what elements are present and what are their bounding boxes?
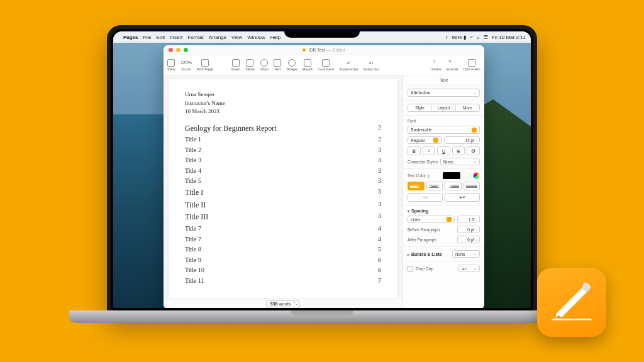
toc-row[interactable]: Title 117 — [185, 276, 381, 287]
toolbar-superscript[interactable]: A¹Superscript — [339, 59, 358, 71]
status-bar: 538 words — [164, 298, 402, 308]
toc-entry-page: 3 — [372, 145, 381, 156]
toc-row[interactable]: Title 106 — [185, 265, 381, 276]
seg-layout[interactable]: Layout — [432, 104, 456, 111]
dropcap-style-select[interactable]: A≡⌄ — [458, 265, 480, 272]
char-styles-select[interactable]: None⌄ — [440, 158, 480, 165]
battery-status[interactable]: 96% ▮ — [452, 35, 466, 40]
toc-entry-title: Title I — [185, 187, 203, 199]
toc-entry-title: Title 7 — [185, 224, 201, 234]
strike-button[interactable]: S — [452, 146, 465, 155]
menu-edit[interactable]: Edit — [156, 35, 165, 40]
before-para-label: Before Paragraph — [408, 228, 440, 232]
outdent-button[interactable]: ≡◂ — [408, 193, 443, 202]
toc-title-page: 2 — [372, 123, 381, 135]
menu-file[interactable]: File — [143, 35, 152, 40]
bluetooth-icon[interactable]: ᚼ — [445, 35, 448, 40]
toc-row[interactable]: Title 43 — [185, 166, 381, 177]
document-page[interactable]: Urna Semper Instructor's Name 10 March 2… — [169, 79, 397, 298]
spacing-disclosure[interactable]: Spacing — [408, 209, 480, 213]
fullscreen-window-button[interactable] — [184, 48, 188, 52]
toc-row[interactable]: Title 74 — [185, 234, 381, 245]
toc-row[interactable]: Title 33 — [185, 155, 381, 166]
search-icon[interactable]: ⌕ — [477, 35, 480, 40]
bullets-select[interactable]: None⌄ — [452, 250, 480, 258]
menu-help[interactable]: Help — [270, 35, 280, 40]
toc-entry-page: 4 — [372, 234, 381, 245]
seg-more[interactable]: More — [456, 104, 479, 111]
toc-entry-page: 6 — [372, 265, 381, 276]
toolbar-table[interactable]: Table — [245, 59, 254, 71]
align-right-button[interactable] — [445, 182, 462, 190]
toc-entry-page: 3 — [372, 211, 381, 224]
toc-entry-page: 3 — [372, 166, 381, 177]
toc-entry-page: 3 — [372, 187, 381, 199]
toolbar-add-page[interactable]: Add Page — [197, 59, 213, 71]
align-justify-button[interactable] — [464, 182, 480, 190]
menu-format[interactable]: Format — [187, 35, 203, 40]
align-left-button[interactable] — [408, 182, 425, 190]
font-size-stepper[interactable]: 13 pt — [444, 136, 480, 144]
toc-row[interactable]: Title 74 — [185, 224, 381, 234]
toc-title-row[interactable]: Geology for Beginners Report 2 — [185, 123, 381, 135]
menu-view[interactable]: View — [231, 35, 242, 40]
paragraph-style-select[interactable]: Attribution⌄ — [408, 89, 480, 97]
toolbar-text[interactable]: Text — [274, 59, 281, 71]
text-color-chip[interactable] — [443, 172, 460, 179]
menu-window[interactable]: Window — [247, 35, 265, 40]
pages-window: IDB Test — Edited View 125%Zoom Add Page… — [164, 45, 484, 308]
toolbar-insert[interactable]: Insert — [231, 59, 240, 71]
clock[interactable]: Fri 10 Mar 2:11 — [492, 35, 526, 40]
font-style-select[interactable]: Regular — [408, 136, 441, 144]
toolbar-share[interactable]: ⇧Share — [431, 59, 441, 71]
toc-entry-title: Title 8 — [185, 244, 201, 255]
control-center-icon[interactable]: ☰ — [484, 35, 488, 40]
bullets-disclosure[interactable]: Bullets & Lists — [408, 252, 442, 256]
toc-row[interactable]: Title 23 — [185, 145, 381, 156]
bold-button[interactable]: B — [408, 146, 421, 155]
lines-select[interactable]: Lines — [408, 216, 455, 223]
toolbar-subscript[interactable]: A₁Subscript — [363, 59, 379, 71]
indent-button[interactable]: ▸≡ — [445, 193, 480, 202]
toolbar-format[interactable]: ✎Format — [447, 59, 458, 71]
toc-row[interactable]: Title I3 — [185, 187, 381, 199]
toolbar-zoom[interactable]: 125%Zoom — [180, 59, 192, 71]
toolbar-document[interactable]: Document — [464, 59, 480, 71]
dropcap-checkbox[interactable] — [408, 266, 413, 272]
toc-entry-title: Title 7 — [185, 234, 201, 245]
toolbar-shape[interactable]: Shape — [286, 59, 297, 71]
text-options-button[interactable]: ⚙︎ — [467, 146, 480, 155]
toolbar-media[interactable]: Media — [303, 59, 313, 71]
color-wheel-icon[interactable] — [473, 172, 480, 179]
toc-row[interactable]: Title 53 — [185, 176, 381, 187]
wifi-icon[interactable]: ⌔ — [470, 35, 473, 40]
align-center-button[interactable] — [426, 182, 443, 190]
lines-stepper[interactable]: 1.3 — [457, 216, 480, 223]
toc-row[interactable]: Title 96 — [185, 255, 381, 266]
italic-button[interactable]: I — [423, 146, 436, 155]
inspector-segments[interactable]: Style Layout More — [408, 104, 480, 112]
inspector-tab-text[interactable]: Text — [403, 75, 484, 85]
toc-row[interactable]: Title 85 — [185, 244, 381, 255]
menu-insert[interactable]: Insert — [170, 35, 182, 40]
toc-row[interactable]: Title 12 — [185, 134, 381, 145]
minimize-window-button[interactable] — [176, 48, 180, 52]
after-para-stepper[interactable]: 0 pt — [457, 236, 480, 243]
underline-button[interactable]: U — [437, 146, 450, 155]
menu-arrange[interactable]: Arrange — [209, 35, 226, 40]
font-family-select[interactable]: Baskerville — [408, 126, 480, 134]
toc-row[interactable]: Title II3 — [185, 199, 381, 212]
toolbar-comment[interactable]: Comment — [318, 59, 334, 71]
seg-style[interactable]: Style — [408, 104, 432, 111]
toolbar-chart[interactable]: Chart — [260, 59, 269, 71]
close-window-button[interactable] — [169, 48, 173, 52]
toolbar-view[interactable]: View — [167, 59, 175, 71]
app-menu[interactable]: Pages — [123, 35, 138, 40]
toc-entry-title: Title 11 — [185, 276, 204, 287]
before-para-stepper[interactable]: 0 pt — [457, 226, 480, 233]
toc-entry-page: 2 — [372, 134, 381, 145]
window-titlebar[interactable]: IDB Test — Edited — [164, 45, 484, 55]
word-count[interactable]: 538 words — [266, 300, 300, 307]
toc-row[interactable]: Title III3 — [185, 211, 381, 224]
after-para-label: After Paragraph — [408, 238, 436, 242]
